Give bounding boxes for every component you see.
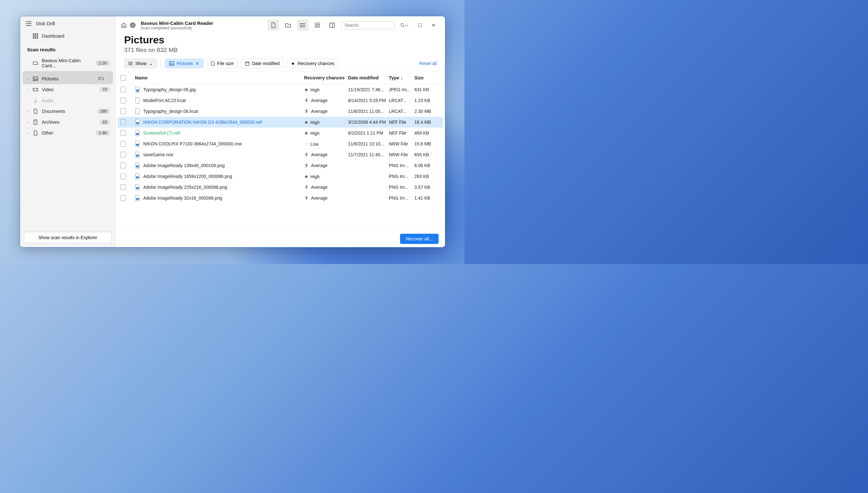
row-checkbox[interactable]: [120, 130, 126, 136]
minimize-button[interactable]: ─: [400, 20, 413, 30]
sidebar-item-device[interactable]: Baseus Mini-Cabin Card... 2.1K: [20, 55, 115, 71]
count-badge: 73: [100, 87, 110, 92]
search-box[interactable]: [341, 21, 395, 29]
svg-rect-46: [136, 155, 139, 156]
maximize-button[interactable]: ☐: [414, 20, 426, 30]
column-name[interactable]: Name: [132, 75, 304, 80]
close-icon[interactable]: ✕: [195, 61, 199, 66]
table-row[interactable]: NIKON CORPORATION NIKON D3 4288x2844_000…: [118, 117, 443, 128]
main-panel: ✓ Baseus Mini-Cabin Card Reader Scan com…: [116, 16, 445, 247]
sidebar-item-documents[interactable]: ›Documents295: [20, 106, 115, 117]
filter-pictures[interactable]: Pictures ✕: [165, 59, 204, 68]
list-view-button[interactable]: [297, 19, 309, 31]
chevron-down-icon: ⌄: [149, 61, 153, 66]
recovery-value: High: [311, 131, 320, 136]
file-name: Typography_design 06.lrcat: [143, 109, 198, 114]
file-name: saveGame.nrw: [143, 152, 173, 157]
table-row[interactable]: Typography_design 06.jpg★High11/19/2021 …: [116, 84, 445, 95]
star-icon: ★: [304, 174, 309, 179]
column-size[interactable]: Size: [415, 75, 437, 80]
page-header: Pictures 371 files on 832 MB: [116, 33, 445, 57]
svg-rect-7: [35, 37, 36, 39]
star-icon: ⯨: [304, 152, 309, 157]
table-row[interactable]: Adobe ImageReady 225x218_000098.png⯨Aver…: [116, 182, 445, 193]
sidebar-item-dashboard[interactable]: Dashboard: [20, 30, 115, 41]
column-type[interactable]: Type ↓: [389, 75, 415, 80]
page-subtitle: 371 files on 832 MB: [124, 47, 437, 53]
table-row[interactable]: Adobe ImageReady 1659x1200_000086.png★Hi…: [116, 171, 445, 182]
filter-date-modified[interactable]: Date modified: [241, 59, 283, 68]
grid-icon: [33, 34, 38, 39]
count-badge: 1.4K: [96, 130, 110, 135]
row-checkbox[interactable]: [120, 152, 126, 157]
type-value: LRCAT...: [389, 98, 415, 103]
star-icon: ★: [304, 130, 309, 136]
device-title: Baseus Mini-Cabin Card Reader: [141, 20, 213, 26]
file-type-icon: [135, 86, 140, 93]
svg-rect-44: [136, 133, 139, 135]
row-checkbox[interactable]: [120, 119, 126, 125]
row-checkbox[interactable]: [120, 141, 126, 147]
chevron-right-icon: ›: [27, 77, 28, 81]
table-row[interactable]: Adobe ImageReady 32x18_000099.png⯨Averag…: [116, 193, 445, 203]
select-all-checkbox[interactable]: [120, 75, 126, 81]
divider: [161, 59, 161, 68]
show-in-explorer-button[interactable]: Show scan results in Explorer: [24, 232, 112, 243]
recover-all-button[interactable]: Recover all...: [400, 234, 439, 244]
row-checkbox[interactable]: [120, 108, 126, 114]
filter-file-size[interactable]: File size: [207, 59, 238, 68]
row-checkbox[interactable]: [120, 98, 126, 103]
column-date[interactable]: Date modified: [348, 75, 389, 80]
files-view-button[interactable]: [268, 19, 279, 31]
sidebar-item-audio[interactable]: Audio: [20, 95, 115, 106]
search-input[interactable]: [344, 23, 400, 28]
star-icon: ★: [291, 61, 295, 66]
table-row[interactable]: saveGame.nrw⯨Average11/7/2021 11:45...NR…: [116, 149, 445, 160]
sidebar-item-label: Baseus Mini-Cabin Card...: [42, 58, 92, 68]
reset-all-link[interactable]: Reset all: [420, 61, 437, 66]
row-checkbox[interactable]: [120, 184, 126, 190]
table-row[interactable]: Adobe ImageReady 139x49_000109.png⯨Avera…: [116, 160, 445, 171]
table-row[interactable]: ModelPort.AC23.lrcat⯨Average8/14/2021 3:…: [116, 95, 445, 106]
file-name: Screenshot (7).nef: [143, 130, 180, 135]
row-checkbox[interactable]: [120, 87, 126, 92]
sidebar-item-pictures[interactable]: ›Pictures371: [23, 71, 113, 84]
drive-icon: [33, 61, 38, 66]
table-row[interactable]: Typography_design 06.lrcat⯨Average11/8/2…: [116, 106, 445, 117]
svg-rect-50: [136, 198, 139, 200]
file-list[interactable]: Typography_design 06.jpg★High11/19/2021 …: [116, 84, 445, 230]
status-check-icon: ✓: [130, 22, 135, 28]
row-checkbox[interactable]: [120, 163, 126, 168]
svg-point-35: [129, 62, 130, 63]
recovery-value: Average: [311, 98, 327, 103]
hamburger-icon[interactable]: [26, 21, 31, 26]
file-name: Adobe ImageReady 225x218_000098.png: [143, 185, 227, 190]
sidebar-item-other[interactable]: ›Other1.4K: [20, 128, 115, 138]
column-recovery[interactable]: Recovery chances: [304, 75, 348, 80]
table-row[interactable]: NIKON COOLPIX P7100 3664x2744_000000.nrw…: [116, 138, 445, 149]
type-value: PNG Im...: [389, 195, 415, 200]
row-checkbox[interactable]: [120, 173, 126, 179]
sidebar-item-video[interactable]: ›Video73: [20, 84, 115, 95]
preview-pane-button[interactable]: [326, 19, 338, 31]
close-button[interactable]: ✕: [427, 20, 440, 30]
type-value: JPEG Im...: [389, 87, 415, 92]
grid-view-button[interactable]: [312, 19, 323, 31]
sidebar-item-archives[interactable]: ›Archives10: [20, 117, 115, 128]
toolbar: ✓ Baseus Mini-Cabin Card Reader Scan com…: [116, 16, 445, 33]
home-icon[interactable]: [121, 22, 127, 28]
star-icon: ⯨: [304, 195, 309, 200]
svg-rect-42: [136, 90, 139, 91]
date-value: 11/7/2021 11:45...: [348, 152, 389, 157]
chevron-right-icon: ›: [27, 109, 28, 113]
folders-view-button[interactable]: [282, 19, 294, 31]
star-icon: ⯨: [304, 184, 309, 190]
count-badge: 371: [95, 76, 107, 81]
show-dropdown[interactable]: Show ⌄: [124, 59, 157, 68]
row-checkbox[interactable]: [120, 195, 126, 201]
table-row[interactable]: Screenshot (7).nef★High8/2/2021 1:21 PMN…: [116, 128, 445, 138]
svg-rect-8: [37, 37, 38, 39]
recovery-value: High: [311, 120, 320, 125]
type-value: NEF File: [389, 120, 415, 125]
filter-recovery-chances[interactable]: ★ Recovery chances: [287, 59, 338, 68]
